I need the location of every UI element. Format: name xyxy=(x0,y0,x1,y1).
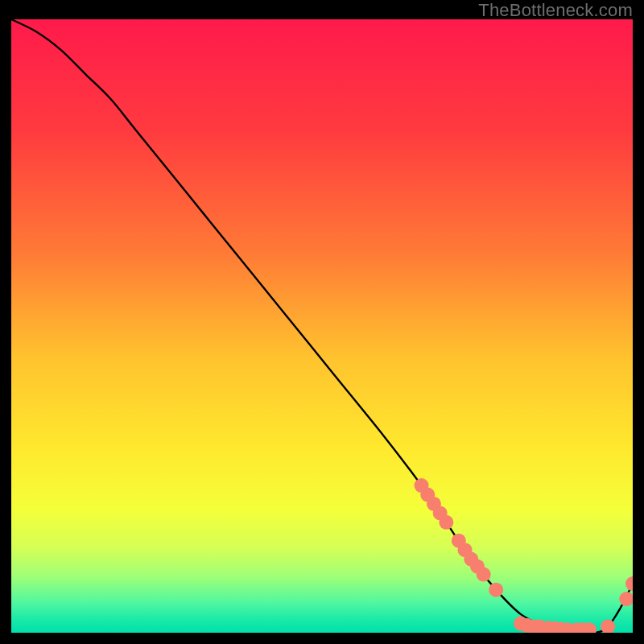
data-marker xyxy=(439,515,453,530)
data-marker xyxy=(489,583,503,597)
chart-frame xyxy=(11,19,633,633)
watermark-text: TheBottleneck.com xyxy=(478,0,633,21)
data-marker xyxy=(477,568,491,582)
bottleneck-chart xyxy=(11,19,633,633)
gradient-background xyxy=(11,19,633,633)
